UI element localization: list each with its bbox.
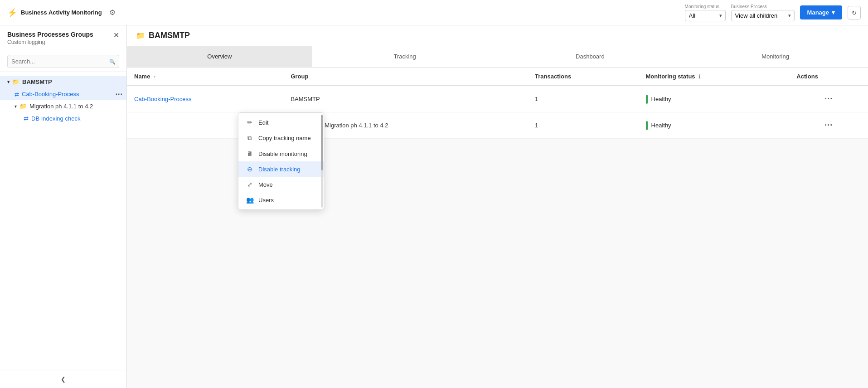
cell-transactions-1: 1	[528, 86, 639, 112]
context-menu-scrollbar	[321, 115, 323, 208]
sidebar-collapse-bottom-button[interactable]: ❮	[5, 376, 121, 383]
tab-monitoring[interactable]: Monitoring	[683, 46, 868, 67]
tree-group-label: BAMSMTP	[22, 78, 52, 85]
sidebar-collapse-button[interactable]: ✕	[113, 31, 119, 39]
monitoring-status-label: Monitoring status	[685, 4, 726, 9]
business-process-select-wrapper[interactable]: View all children	[731, 10, 795, 21]
cell-actions-1: ···	[789, 86, 868, 112]
cell-status-1: Healthy	[639, 86, 790, 112]
content-wrapper: 📁 BAMSMTP Overview Tracking Dashboard Mo…	[127, 25, 868, 388]
context-menu-users-label: Users	[258, 197, 274, 204]
sidebar-item-cab-booking-process[interactable]: ⇄ Cab-Booking-Process ···	[0, 88, 126, 100]
sidebar-item-label: Cab-Booking-Process	[22, 91, 79, 97]
process-link-1[interactable]: Cab-Booking-Process	[134, 96, 191, 102]
th-monitoring-status-label: Monitoring status	[646, 73, 695, 80]
business-process-label: Business Process	[731, 4, 795, 9]
app-header: ⚡ Business Activity Monitoring ⚙ Monitor…	[0, 0, 868, 25]
tab-overview[interactable]: Overview	[127, 46, 312, 67]
manage-chevron-icon: ▾	[832, 9, 835, 16]
app-name: Business Activity Monitoring	[21, 9, 102, 16]
table-row: Cab-Booking-Process BAMSMTP 1 Healthy	[127, 86, 868, 112]
header-controls: Monitoring status All Business Process V…	[685, 4, 861, 21]
tree-subgroup-migration: ▾ 📁 Migration ph 4.1.1 to 4.2 ⇄ DB Index…	[0, 100, 126, 125]
tab-tracking[interactable]: Tracking	[312, 46, 498, 67]
sidebar-subtitle: Custom logging	[7, 39, 93, 45]
tree-subgroup-migration-header[interactable]: ▾ 📁 Migration ph 4.1.1 to 4.2	[0, 100, 126, 112]
monitoring-status-select-wrapper[interactable]: All	[685, 10, 726, 21]
sidebar-item-db-indexing-check[interactable]: ⇄ DB Indexing check	[0, 112, 126, 125]
context-menu-scroll-thumb	[321, 115, 323, 170]
sidebar-bottom: ❮	[0, 370, 126, 388]
page-title: BAMSMTP	[149, 31, 190, 40]
tab-dashboard[interactable]: Dashboard	[498, 46, 683, 67]
content-folder-icon: 📁	[136, 31, 145, 40]
tree-item-more-button[interactable]: ···	[116, 90, 123, 98]
status-healthy-badge: Healthy	[646, 95, 782, 104]
subitem-process-icon: ⇄	[24, 115, 29, 122]
activity-icon: ⚡	[7, 8, 17, 18]
context-menu-move-label: Move	[258, 181, 273, 188]
chevron-down-icon: ▾	[15, 104, 17, 109]
context-menu: ✏ Edit ⧉ Copy tracking name 🖥 Disable mo…	[238, 112, 324, 210]
business-process-select[interactable]: View all children	[731, 10, 795, 21]
cell-status-2: Healthy	[639, 112, 790, 139]
cell-name-1: Cab-Booking-Process	[127, 86, 283, 112]
context-menu-item-edit[interactable]: ✏ Edit	[238, 115, 324, 130]
row-actions-button-2[interactable]: ···	[821, 119, 836, 132]
tree-group-bamsmtp-header[interactable]: ▾ 📁 BAMSMTP	[0, 76, 126, 88]
info-icon[interactable]: ℹ	[698, 74, 700, 79]
row-actions-button-1[interactable]: ···	[821, 92, 836, 106]
status-label: Healthy	[651, 96, 671, 102]
cell-actions-2: ···	[789, 112, 868, 139]
context-menu-edit-label: Edit	[258, 119, 268, 126]
refresh-button[interactable]: ↻	[848, 6, 861, 19]
th-monitoring-status: Monitoring status ℹ	[639, 68, 790, 86]
move-icon: ⤢	[246, 181, 254, 188]
main-layout: Business Processes Groups Custom logging…	[0, 25, 868, 388]
search-wrapper	[7, 55, 119, 68]
context-menu-disable-monitoring-label: Disable monitoring	[258, 150, 307, 157]
copy-icon: ⧉	[246, 134, 254, 142]
settings-icon[interactable]: ⚙	[109, 8, 116, 17]
table-header: Name ↑ Group Transactions Monitoring sta…	[127, 68, 868, 86]
folder-icon: 📁	[12, 78, 19, 85]
th-transactions: Transactions	[528, 68, 639, 86]
cell-group-1: BAMSMTP	[283, 86, 528, 112]
sidebar-title: Business Processes Groups	[7, 31, 93, 38]
context-menu-item-copy-tracking-name[interactable]: ⧉ Copy tracking name	[238, 130, 324, 146]
monitoring-status-group: Monitoring status All	[685, 4, 726, 21]
app-logo: ⚡ Business Activity Monitoring	[7, 8, 102, 18]
manage-label: Manage	[807, 9, 829, 16]
th-group-label: Group	[291, 73, 308, 80]
chevron-left-icon: ❮	[61, 376, 66, 383]
th-name: Name ↑	[127, 68, 283, 86]
sidebar-tree: ▾ 📁 BAMSMTP ⇄ Cab-Booking-Process ··· ▾ …	[0, 72, 126, 370]
refresh-icon: ↻	[852, 10, 857, 16]
sidebar-search-area	[0, 51, 126, 72]
context-menu-item-disable-tracking[interactable]: ⊖ Disable tracking	[238, 161, 324, 177]
process-icon: ⇄	[15, 91, 19, 97]
circle-minus-icon: ⊖	[246, 165, 254, 173]
sort-asc-icon[interactable]: ↑	[154, 74, 156, 79]
tree-subgroup-label: Migration ph 4.1.1 to 4.2	[29, 103, 93, 110]
th-group: Group	[283, 68, 528, 86]
status-label-2: Healthy	[651, 122, 671, 129]
manage-button[interactable]: Manage ▾	[800, 5, 842, 19]
sidebar-header: Business Processes Groups Custom logging…	[0, 25, 126, 51]
context-menu-copy-label: Copy tracking name	[258, 135, 311, 141]
status-bar-indicator-2	[646, 121, 648, 130]
context-menu-item-users[interactable]: 👥 Users	[238, 192, 324, 208]
sidebar: Business Processes Groups Custom logging…	[0, 25, 127, 388]
status-healthy-badge-2: Healthy	[646, 121, 782, 130]
search-input[interactable]	[7, 55, 119, 68]
context-menu-disable-tracking-label: Disable tracking	[258, 166, 301, 173]
th-actions-label: Actions	[796, 73, 818, 80]
context-menu-item-disable-monitoring[interactable]: 🖥 Disable monitoring	[238, 146, 324, 161]
monitor-icon: 🖥	[246, 150, 254, 157]
monitoring-status-select[interactable]: All	[685, 10, 726, 21]
context-menu-item-move[interactable]: ⤢ Move	[238, 177, 324, 192]
th-actions: Actions	[789, 68, 868, 86]
sidebar-subitem-label: DB Indexing check	[31, 115, 80, 122]
users-icon: 👥	[246, 196, 254, 204]
th-name-label: Name	[134, 73, 150, 80]
